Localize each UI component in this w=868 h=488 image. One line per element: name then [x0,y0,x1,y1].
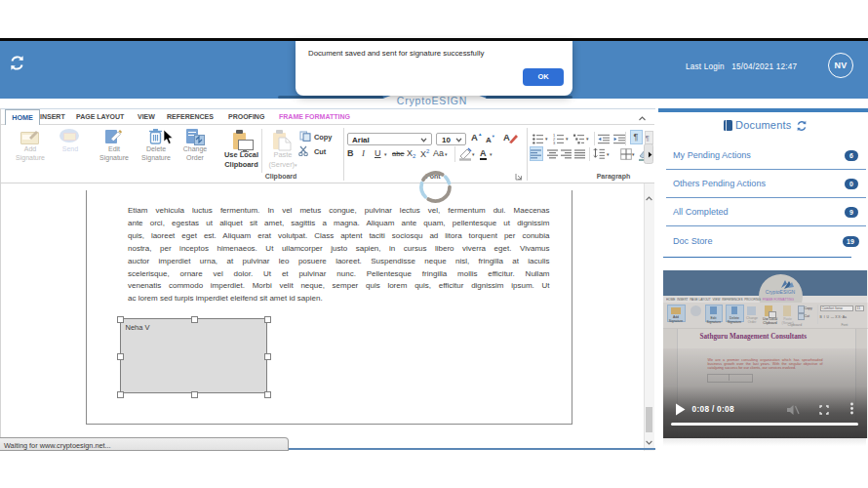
svg-text:3: 3 [553,141,556,144]
